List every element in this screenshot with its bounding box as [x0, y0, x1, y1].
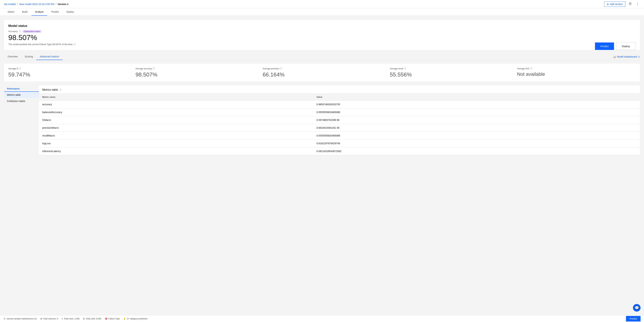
metric-card-precision: Average precision ⓘ 66.164%	[258, 64, 386, 81]
cell-metric-name: precisionMacro	[39, 124, 313, 132]
accuracy-value: 98.507%	[8, 34, 636, 42]
sub-tabs: Overview Scoring Advanced metrics	[4, 53, 62, 60]
breadcrumb-sep1: /	[17, 3, 18, 6]
tab-build[interactable]: Build	[18, 8, 31, 16]
sub-tab-scoring[interactable]: Scoring	[21, 53, 36, 60]
f1-info-icon[interactable]: ⓘ	[19, 67, 21, 70]
cell-metric-value: 0.5555555820465088	[313, 108, 640, 116]
metric-card-recall: Average recall ⓘ 55.556%	[386, 64, 513, 81]
chat-icon-symbol: 💬	[635, 306, 639, 310]
table-row: recallMacro0.5555555820465088	[39, 132, 640, 140]
sidebar-section-title: Performance	[4, 86, 39, 92]
model-leaderboard-button[interactable]: 📊 Model leaderboard ∧	[613, 55, 640, 58]
sidebar: Performance Metrics table Confusion matr…	[4, 86, 39, 155]
prediction-icon: 💡	[123, 317, 126, 320]
bottom-bar-target: 🎯 Failure Type	[105, 317, 120, 320]
accuracy-card-info-icon[interactable]: ⓘ	[153, 67, 155, 70]
cell-metric-value: 0.5555555820465088	[313, 132, 640, 140]
history-button[interactable]: ⏱	[628, 2, 632, 7]
recall-info-icon[interactable]: ⓘ	[404, 67, 406, 70]
cell-metric-value: 0.09214318543672562	[313, 147, 640, 155]
table-row: inferenceLatency0.09214318543672562	[39, 147, 640, 155]
bottom-bar-cells: ⊞ Total cells: 9,000	[83, 317, 101, 320]
col-value: Value	[313, 94, 640, 101]
table-row: logLoss0.8182187676429749	[39, 140, 640, 147]
predict-main-button[interactable]: Predict	[595, 43, 614, 50]
deploy-main-button[interactable]: Deploy	[616, 43, 636, 50]
auc-info-icon[interactable]: ⓘ	[530, 67, 532, 70]
top-bar: My models / New model 2023-10-24 3:55 PM…	[0, 0, 644, 8]
rows-icon: ≡	[62, 317, 63, 320]
cell-metric-name: accuracy	[39, 101, 313, 108]
add-icon: ⊕	[607, 3, 609, 6]
accuracy-row: Accuracy ⓘ Optimization metric	[8, 30, 636, 33]
accuracy-label: Accuracy	[8, 30, 18, 33]
top-actions: ⊕ Add version ⏱ ⋮	[604, 2, 640, 7]
cell-metric-name: logLoss	[39, 140, 313, 147]
breadcrumb: My models / New model 2023-10-24 3:55 PM…	[4, 3, 68, 6]
file-icon: 🗒	[4, 317, 6, 320]
optimization-badge: Optimization metric	[22, 30, 42, 33]
table-row: accuracy0.9850746393203735	[39, 101, 640, 108]
bottom-bar-file: 🗒 canvas-sample-maintenance.csv	[4, 317, 37, 320]
chat-button[interactable]: 💬	[633, 304, 640, 311]
f1-value: 59.747%	[8, 72, 127, 78]
breadcrumb-sep2: /	[56, 3, 56, 6]
breadcrumb-current: Version 1	[58, 3, 68, 6]
table-row: f1Macro0.5974683761596 68	[39, 116, 640, 124]
desc-info-icon[interactable]: ⓘ	[74, 43, 76, 46]
bottom-bar: 🗒 canvas-sample-maintenance.csv ⊞ Total …	[0, 315, 644, 320]
bottom-bar-rows: ≡ Total rows: 1,000	[62, 317, 80, 320]
accuracy-description: The model predicts the correct Failure T…	[8, 43, 636, 46]
cell-metric-value: 0.9850746393203735	[313, 101, 640, 108]
model-status-title: Model status	[8, 24, 636, 28]
tab-predict[interactable]: Predict	[48, 8, 62, 16]
history-icon: ⏱	[629, 2, 632, 6]
cell-metric-name: balancedAccuracy	[39, 108, 313, 116]
table-row: balancedAccuracy0.5555555820465088	[39, 108, 640, 116]
chevron-up-icon: ∧	[638, 55, 640, 58]
tab-deploy[interactable]: Deploy	[63, 8, 78, 16]
breadcrumb-parent[interactable]: My models	[4, 3, 16, 6]
metric-card-accuracy: Average accuracy ⓘ 98.507%	[131, 64, 258, 81]
tab-analyze[interactable]: Analyze	[32, 8, 47, 16]
main-nav-tabs: Select Build Analyze Predict Deploy	[0, 8, 644, 16]
auc-value: Not available	[517, 72, 636, 77]
add-version-button[interactable]: ⊕ Add version	[604, 2, 625, 7]
col-metric-name: Metric name	[39, 94, 313, 101]
accuracy-info-icon[interactable]: ⓘ	[19, 30, 21, 33]
metric-card-f1: Average f1 ⓘ 59.747%	[4, 64, 131, 81]
metric-card-auc: Average AUC ⓘ Not available	[513, 64, 640, 81]
cell-metric-name: recallMacro	[39, 132, 313, 140]
accuracy-card-value: 98.507%	[136, 72, 254, 78]
table-row: precisionMacro0.6616415381431 58	[39, 124, 640, 132]
bottom-bar-columns: ⊞ Total columns: 9	[40, 317, 58, 320]
more-icon: ⋮	[636, 3, 639, 6]
recall-value: 55.556%	[390, 72, 508, 78]
precision-info-icon[interactable]: ⓘ	[280, 67, 282, 70]
main-content: Model status Accuracy ⓘ Optimization met…	[0, 16, 644, 320]
predict-bottom-button[interactable]: Predict	[626, 316, 640, 320]
sub-tab-advanced-metrics[interactable]: Advanced metrics	[36, 53, 62, 60]
sidebar-item-confusion-matrix[interactable]: Confusion matrix	[4, 98, 39, 104]
breadcrumb-middle[interactable]: New model 2023-10-24 3:55 PM	[20, 3, 54, 6]
cell-metric-value: 0.8182187676429749	[313, 140, 640, 147]
bottom-bar-prediction-type: 💡 3+ category prediction	[123, 317, 147, 320]
sub-tab-overview[interactable]: Overview	[4, 53, 21, 60]
columns-icon: ⊞	[40, 317, 42, 320]
precision-value: 66.164%	[263, 72, 381, 78]
cell-metric-value: 0.6616415381431 58	[313, 124, 640, 132]
tab-select[interactable]: Select	[4, 8, 18, 16]
target-icon: 🎯	[105, 317, 108, 320]
sidebar-item-metrics-table[interactable]: Metrics table	[4, 92, 39, 98]
status-action-buttons: Predict Deploy	[595, 43, 636, 50]
metrics-table-info-icon[interactable]: ⓘ	[60, 88, 62, 91]
bottom-bar-left: 🗒 canvas-sample-maintenance.csv ⊞ Total …	[4, 317, 148, 320]
cell-metric-name: inferenceLatency	[39, 147, 313, 155]
model-status-section: Model status Accuracy ⓘ Optimization met…	[4, 20, 640, 50]
cell-metric-value: 0.5974683761596 68	[313, 116, 640, 124]
more-options-button[interactable]: ⋮	[635, 2, 640, 7]
metrics-table: Metric name Value accuracy0.985074639320…	[39, 94, 640, 155]
leaderboard-icon: 📊	[613, 55, 616, 58]
sub-tabs-bar: Overview Scoring Advanced metrics 📊 Mode…	[4, 53, 640, 60]
